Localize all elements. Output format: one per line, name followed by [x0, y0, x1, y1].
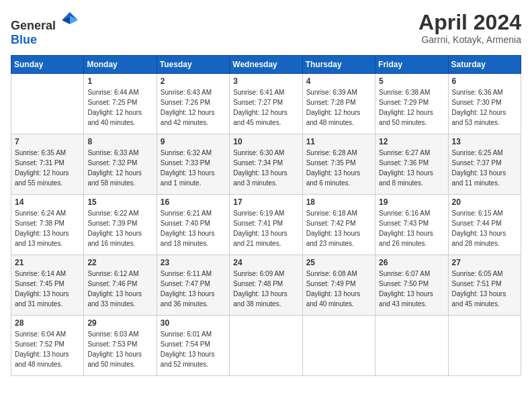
day-number: 25 — [306, 258, 371, 267]
calendar-cell: 18Sunrise: 6:18 AMSunset: 7:42 PMDayligh… — [302, 195, 375, 255]
calendar-cell: 11Sunrise: 6:28 AMSunset: 7:35 PMDayligh… — [302, 134, 375, 195]
day-number: 7 — [15, 137, 80, 146]
calendar-cell: 28Sunrise: 6:04 AMSunset: 7:52 PMDayligh… — [11, 316, 84, 376]
day-number: 5 — [379, 77, 444, 86]
day-number: 30 — [161, 318, 226, 328]
calendar-cell: 1Sunrise: 6:44 AMSunset: 7:25 PMDaylight… — [84, 74, 157, 134]
day-number: 21 — [15, 258, 80, 267]
day-number: 9 — [161, 137, 226, 146]
calendar-cell: 23Sunrise: 6:11 AMSunset: 7:47 PMDayligh… — [157, 255, 229, 316]
day-number: 12 — [379, 137, 444, 146]
day-info: Sunrise: 6:16 AMSunset: 7:43 PMDaylight:… — [379, 208, 444, 248]
calendar-week-row: 28Sunrise: 6:04 AMSunset: 7:52 PMDayligh… — [11, 316, 521, 376]
month-title: April 2024 — [418, 11, 521, 34]
day-info: Sunrise: 6:19 AMSunset: 7:41 PMDaylight:… — [233, 208, 298, 248]
day-number: 26 — [379, 258, 444, 267]
day-number: 3 — [233, 77, 298, 86]
calendar-cell: 7Sunrise: 6:35 AMSunset: 7:31 PMDaylight… — [11, 134, 84, 195]
location: Garrni, Kotayk, Armenia — [418, 34, 521, 45]
day-info: Sunrise: 6:39 AMSunset: 7:28 PMDaylight:… — [306, 87, 371, 128]
day-number: 10 — [233, 137, 298, 146]
calendar-cell: 6Sunrise: 6:36 AMSunset: 7:30 PMDaylight… — [448, 74, 521, 134]
calendar-cell — [11, 74, 84, 134]
logo-text: General Blue — [11, 11, 79, 47]
col-header-friday: Friday — [375, 56, 448, 74]
page-header: General Blue April 2024 Garrni, Kotayk, … — [11, 11, 521, 47]
logo-icon — [60, 11, 79, 30]
day-number: 1 — [87, 77, 152, 86]
calendar-cell: 22Sunrise: 6:12 AMSunset: 7:46 PMDayligh… — [84, 255, 157, 316]
calendar-cell: 8Sunrise: 6:33 AMSunset: 7:32 PMDaylight… — [84, 134, 157, 195]
day-number: 29 — [87, 318, 152, 328]
calendar-cell: 14Sunrise: 6:24 AMSunset: 7:38 PMDayligh… — [11, 195, 84, 255]
logo-general: General — [11, 19, 56, 32]
calendar-week-row: 14Sunrise: 6:24 AMSunset: 7:38 PMDayligh… — [11, 195, 521, 255]
col-header-thursday: Thursday — [302, 56, 375, 74]
calendar-week-row: 1Sunrise: 6:44 AMSunset: 7:25 PMDaylight… — [11, 74, 521, 134]
calendar-cell: 10Sunrise: 6:30 AMSunset: 7:34 PMDayligh… — [230, 134, 302, 195]
day-info: Sunrise: 6:18 AMSunset: 7:42 PMDaylight:… — [306, 208, 371, 248]
day-number: 2 — [161, 77, 226, 86]
day-number: 18 — [306, 197, 371, 207]
day-number: 13 — [452, 137, 517, 146]
calendar-week-row: 21Sunrise: 6:14 AMSunset: 7:45 PMDayligh… — [11, 255, 521, 316]
day-info: Sunrise: 6:36 AMSunset: 7:30 PMDaylight:… — [452, 87, 517, 128]
calendar-cell: 3Sunrise: 6:41 AMSunset: 7:27 PMDaylight… — [230, 74, 302, 134]
logo-blue: Blue — [11, 33, 37, 46]
day-info: Sunrise: 6:03 AMSunset: 7:53 PMDaylight:… — [87, 329, 152, 369]
calendar-cell: 29Sunrise: 6:03 AMSunset: 7:53 PMDayligh… — [84, 316, 157, 376]
day-info: Sunrise: 6:05 AMSunset: 7:51 PMDaylight:… — [452, 269, 517, 309]
day-number: 6 — [452, 77, 517, 86]
calendar-cell: 30Sunrise: 6:01 AMSunset: 7:54 PMDayligh… — [157, 316, 229, 376]
calendar-cell: 27Sunrise: 6:05 AMSunset: 7:51 PMDayligh… — [448, 255, 521, 316]
calendar-cell: 12Sunrise: 6:27 AMSunset: 7:36 PMDayligh… — [375, 134, 448, 195]
day-number: 17 — [233, 197, 298, 207]
col-header-tuesday: Tuesday — [157, 56, 229, 74]
calendar-cell: 17Sunrise: 6:19 AMSunset: 7:41 PMDayligh… — [230, 195, 302, 255]
calendar-cell: 19Sunrise: 6:16 AMSunset: 7:43 PMDayligh… — [375, 195, 448, 255]
day-info: Sunrise: 6:44 AMSunset: 7:25 PMDaylight:… — [87, 87, 152, 128]
day-info: Sunrise: 6:38 AMSunset: 7:29 PMDaylight:… — [379, 87, 444, 128]
col-header-wednesday: Wednesday — [230, 56, 302, 74]
calendar-week-row: 7Sunrise: 6:35 AMSunset: 7:31 PMDaylight… — [11, 134, 521, 195]
day-info: Sunrise: 6:12 AMSunset: 7:46 PMDaylight:… — [87, 269, 152, 309]
day-info: Sunrise: 6:25 AMSunset: 7:37 PMDaylight:… — [452, 148, 517, 188]
calendar-cell: 9Sunrise: 6:32 AMSunset: 7:33 PMDaylight… — [157, 134, 229, 195]
day-info: Sunrise: 6:01 AMSunset: 7:54 PMDaylight:… — [161, 329, 226, 369]
calendar-cell: 5Sunrise: 6:38 AMSunset: 7:29 PMDaylight… — [375, 74, 448, 134]
calendar-cell: 2Sunrise: 6:43 AMSunset: 7:26 PMDaylight… — [157, 74, 229, 134]
day-info: Sunrise: 6:22 AMSunset: 7:39 PMDaylight:… — [87, 208, 152, 248]
day-info: Sunrise: 6:04 AMSunset: 7:52 PMDaylight:… — [15, 329, 80, 369]
calendar-cell: 24Sunrise: 6:09 AMSunset: 7:48 PMDayligh… — [230, 255, 302, 316]
day-info: Sunrise: 6:30 AMSunset: 7:34 PMDaylight:… — [233, 148, 298, 188]
day-info: Sunrise: 6:32 AMSunset: 7:33 PMDaylight:… — [161, 148, 226, 188]
calendar-cell: 13Sunrise: 6:25 AMSunset: 7:37 PMDayligh… — [448, 134, 521, 195]
day-info: Sunrise: 6:15 AMSunset: 7:44 PMDaylight:… — [452, 208, 517, 248]
day-number: 24 — [233, 258, 298, 267]
day-info: Sunrise: 6:33 AMSunset: 7:32 PMDaylight:… — [87, 148, 152, 188]
title-block: April 2024 Garrni, Kotayk, Armenia — [418, 11, 521, 45]
logo: General Blue — [11, 11, 79, 47]
day-info: Sunrise: 6:21 AMSunset: 7:40 PMDaylight:… — [161, 208, 226, 248]
day-info: Sunrise: 6:09 AMSunset: 7:48 PMDaylight:… — [233, 269, 298, 309]
calendar-cell: 16Sunrise: 6:21 AMSunset: 7:40 PMDayligh… — [157, 195, 229, 255]
calendar-table: SundayMondayTuesdayWednesdayThursdayFrid… — [11, 55, 521, 376]
day-info: Sunrise: 6:27 AMSunset: 7:36 PMDaylight:… — [379, 148, 444, 188]
day-info: Sunrise: 6:35 AMSunset: 7:31 PMDaylight:… — [15, 148, 80, 188]
calendar-cell: 21Sunrise: 6:14 AMSunset: 7:45 PMDayligh… — [11, 255, 84, 316]
calendar-cell: 25Sunrise: 6:08 AMSunset: 7:49 PMDayligh… — [302, 255, 375, 316]
day-info: Sunrise: 6:24 AMSunset: 7:38 PMDaylight:… — [15, 208, 80, 248]
calendar-cell — [302, 316, 375, 376]
day-number: 19 — [379, 197, 444, 207]
day-info: Sunrise: 6:14 AMSunset: 7:45 PMDaylight:… — [15, 269, 80, 309]
day-info: Sunrise: 6:08 AMSunset: 7:49 PMDaylight:… — [306, 269, 371, 309]
day-number: 23 — [161, 258, 226, 267]
col-header-saturday: Saturday — [448, 56, 521, 74]
calendar-cell — [448, 316, 521, 376]
calendar-cell — [230, 316, 302, 376]
day-number: 28 — [15, 318, 80, 328]
day-info: Sunrise: 6:11 AMSunset: 7:47 PMDaylight:… — [161, 269, 226, 309]
day-number: 16 — [161, 197, 226, 207]
day-number: 27 — [452, 258, 517, 267]
col-header-sunday: Sunday — [11, 56, 84, 74]
